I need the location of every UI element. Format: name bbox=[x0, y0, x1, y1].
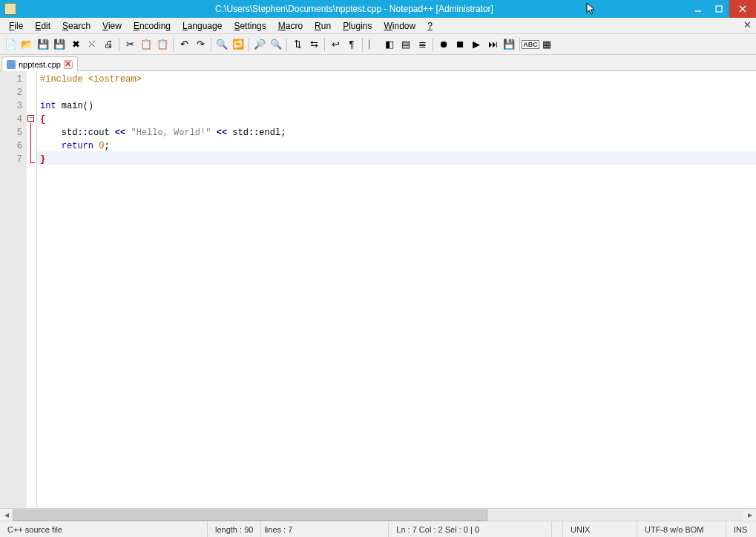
toolbar-separator bbox=[249, 38, 249, 51]
minimize-button[interactable] bbox=[688, 0, 709, 18]
menu-search[interactable]: Search bbox=[56, 19, 96, 33]
mdi-close-icon[interactable]: ✕ bbox=[743, 19, 752, 30]
menu-window[interactable]: Window bbox=[378, 19, 422, 33]
toolbar-separator bbox=[211, 38, 211, 51]
play-macro-icon[interactable]: ▶ bbox=[469, 37, 484, 52]
file-icon bbox=[7, 60, 16, 69]
play-multi-icon[interactable]: ⏭ bbox=[485, 37, 500, 52]
line-number: 7 bbox=[0, 153, 22, 166]
scroll-right-icon[interactable]: ▸ bbox=[743, 509, 756, 521]
menu-run[interactable]: Run bbox=[309, 19, 337, 33]
titlebar: C:\Users\Stephen\Documents\npptest.cpp -… bbox=[0, 0, 756, 18]
horizontal-scrollbar[interactable]: ◂ ▸ bbox=[0, 508, 756, 521]
code-line[interactable]: std::cout << "Hello, World!" << std::end… bbox=[40, 126, 753, 139]
statusbar: C++ source file length : 90 lines : 7 Ln… bbox=[0, 521, 756, 537]
fold-end-icon bbox=[30, 159, 35, 163]
undo-icon[interactable]: ↶ bbox=[177, 37, 191, 52]
status-filetype: C++ source file bbox=[0, 521, 208, 537]
user-lang-icon[interactable]: ◧ bbox=[382, 37, 397, 52]
menu-plugins[interactable]: Plugins bbox=[337, 19, 378, 33]
menu-view[interactable]: View bbox=[96, 19, 128, 33]
save-macro-icon[interactable]: 💾 bbox=[502, 37, 516, 52]
status-lines: lines : 7 bbox=[261, 521, 300, 537]
sync-hscroll-icon[interactable]: ⇆ bbox=[306, 37, 321, 52]
status-length: length : 90 bbox=[208, 521, 261, 537]
toolbar-separator bbox=[362, 38, 363, 51]
tab-filename: npptest.cpp bbox=[19, 60, 61, 69]
print-icon[interactable]: 🖨 bbox=[101, 37, 116, 52]
find-icon[interactable]: 🔍 bbox=[214, 37, 229, 52]
paste-icon[interactable]: 📋 bbox=[155, 37, 170, 52]
tab-close-icon[interactable]: ✕ bbox=[64, 60, 73, 69]
close-icon[interactable]: ✖ bbox=[68, 37, 83, 52]
menu-file[interactable]: File bbox=[3, 19, 29, 33]
code-line[interactable] bbox=[40, 86, 753, 99]
menubar: FileEditSearchViewEncodingLanguageSettin… bbox=[0, 18, 756, 34]
close-all-icon[interactable]: ⛌ bbox=[85, 37, 99, 52]
indent-guide-icon[interactable]: ⎸ bbox=[366, 37, 381, 52]
tabbar: npptest.cpp ✕ bbox=[0, 55, 756, 71]
line-number: 6 bbox=[0, 139, 22, 153]
zoom-in-icon[interactable]: 🔎 bbox=[252, 37, 267, 52]
line-number: 1 bbox=[0, 73, 22, 86]
file-tab[interactable]: npptest.cpp ✕ bbox=[1, 56, 78, 71]
fold-guide bbox=[30, 123, 31, 159]
new-file-icon[interactable]: 📄 bbox=[3, 37, 18, 52]
menu-[interactable]: ? bbox=[421, 19, 438, 33]
func-list-icon[interactable]: ≣ bbox=[415, 37, 430, 52]
record-macro-icon[interactable]: ⏺ bbox=[436, 37, 451, 52]
toolbar-separator bbox=[119, 38, 119, 51]
spellcheck-icon[interactable]: ABC bbox=[523, 37, 538, 52]
menu-macro[interactable]: Macro bbox=[272, 19, 309, 33]
status-insertmode: INS bbox=[726, 521, 756, 537]
fold-toggle-icon[interactable]: − bbox=[27, 115, 34, 122]
sync-vscroll-icon[interactable]: ⇅ bbox=[290, 37, 305, 52]
status-encoding: UTF-8 w/o BOM bbox=[637, 521, 726, 537]
copy-icon[interactable]: 📋 bbox=[139, 37, 154, 52]
toolbar: 📄📂💾💾✖⛌🖨✂📋📋↶↷🔍🔁🔎🔍⇅⇆↩¶⎸◧▤≣⏺⏹▶⏭💾ABC▦ bbox=[0, 34, 756, 55]
status-position: Ln : 7 Col : 2 Sel : 0 | 0 bbox=[389, 521, 552, 537]
window-title: C:\Users\Stephen\Documents\npptest.cpp -… bbox=[21, 4, 688, 14]
code-line[interactable]: int main() bbox=[40, 99, 753, 113]
menu-encoding[interactable]: Encoding bbox=[128, 19, 177, 33]
toolbar-separator bbox=[173, 38, 174, 51]
line-number: 3 bbox=[0, 99, 22, 113]
close-window-button[interactable] bbox=[729, 0, 756, 18]
wordwrap-icon[interactable]: ↩ bbox=[328, 37, 343, 52]
spellcheck-next-icon[interactable]: ▦ bbox=[539, 37, 554, 52]
fold-gutter[interactable]: − bbox=[27, 71, 37, 508]
scroll-track[interactable] bbox=[13, 510, 743, 521]
cut-icon[interactable]: ✂ bbox=[122, 37, 137, 52]
code-line[interactable]: #include <iostream> bbox=[40, 73, 753, 86]
menu-edit[interactable]: Edit bbox=[29, 19, 56, 33]
toolbar-separator bbox=[433, 38, 433, 51]
show-all-chars-icon[interactable]: ¶ bbox=[344, 37, 359, 52]
menu-settings[interactable]: Settings bbox=[228, 19, 272, 33]
open-file-icon[interactable]: 📂 bbox=[19, 37, 34, 52]
code-area[interactable]: #include <iostream> int main(){ std::cou… bbox=[37, 71, 756, 508]
line-number: 5 bbox=[0, 126, 22, 139]
scroll-left-icon[interactable]: ◂ bbox=[0, 509, 13, 521]
code-line[interactable]: { bbox=[40, 113, 753, 126]
line-number-gutter: 1234567 bbox=[0, 71, 27, 508]
doc-map-icon[interactable]: ▤ bbox=[398, 37, 413, 52]
editor[interactable]: 1234567 − #include <iostream> int main()… bbox=[0, 71, 756, 508]
status-eol: UNIX bbox=[563, 521, 637, 537]
replace-icon[interactable]: 🔁 bbox=[231, 37, 246, 52]
app-icon bbox=[4, 3, 16, 15]
stop-macro-icon[interactable]: ⏹ bbox=[453, 37, 467, 52]
toolbar-separator bbox=[324, 38, 325, 51]
menu-language[interactable]: Language bbox=[177, 19, 228, 33]
line-number: 2 bbox=[0, 86, 22, 99]
svg-rect-1 bbox=[716, 6, 722, 12]
scroll-thumb[interactable] bbox=[13, 510, 487, 521]
toolbar-separator bbox=[286, 38, 287, 51]
line-number: 4 bbox=[0, 113, 22, 126]
maximize-button[interactable] bbox=[709, 0, 729, 18]
toolbar-separator bbox=[519, 38, 520, 51]
zoom-out-icon[interactable]: 🔍 bbox=[269, 37, 283, 52]
save-all-icon[interactable]: 💾 bbox=[52, 37, 67, 52]
save-icon[interactable]: 💾 bbox=[36, 37, 50, 52]
redo-icon[interactable]: ↷ bbox=[193, 37, 208, 52]
